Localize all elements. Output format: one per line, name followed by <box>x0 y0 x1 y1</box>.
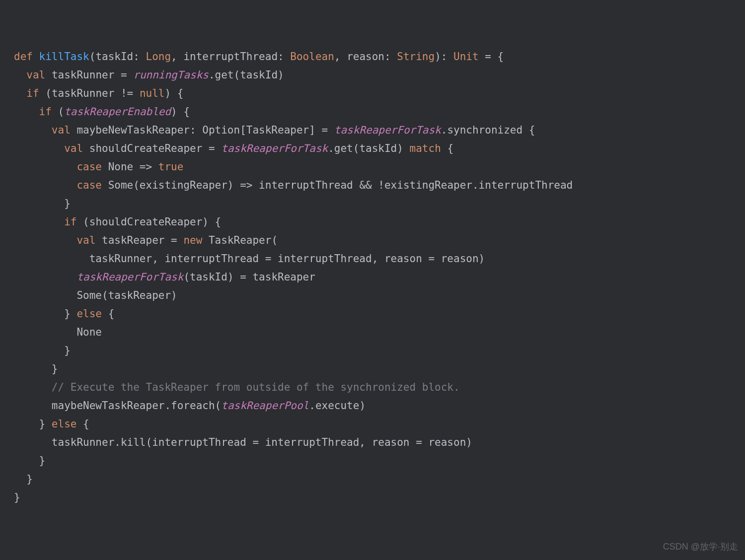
code-token <box>14 69 26 81</box>
code-token: if <box>39 106 58 118</box>
code-token: .synchronized { <box>441 124 535 136</box>
code-token: shouldCreateReaper = <box>89 142 222 154</box>
code-token: // Execute the TaskReaper from outside o… <box>52 381 460 393</box>
code-token: } <box>14 418 52 430</box>
code-token: taskReaperForTask <box>334 124 441 136</box>
code-token: if <box>26 87 45 99</box>
code-line[interactable]: } <box>14 342 745 360</box>
code-token: true <box>158 161 184 173</box>
code-token: taskRunner = <box>52 69 133 81</box>
code-token: case <box>76 161 108 173</box>
code-line[interactable]: case Some(existingReaper) => interruptTh… <box>14 176 745 195</box>
code-token <box>14 124 52 136</box>
code-line[interactable]: taskRunner.kill(interruptThread = interr… <box>14 433 745 452</box>
code-token: TaskReaper( <box>209 234 278 246</box>
code-token: ) { <box>171 106 190 118</box>
code-line[interactable]: } <box>14 360 745 378</box>
code-token: else <box>76 308 108 320</box>
code-token: None <box>14 326 102 338</box>
code-token: .execute) <box>309 400 366 412</box>
code-token: taskReaperPool <box>221 400 309 412</box>
code-token: def <box>14 51 39 63</box>
code-token: taskReaperForTask <box>76 271 183 283</box>
code-line[interactable]: taskReaperForTask(taskId) = taskReaper <box>14 268 745 286</box>
code-line[interactable]: if (taskRunner != null) { <box>14 84 745 103</box>
code-token: taskRunner, interruptThread = interruptT… <box>14 253 485 265</box>
code-line[interactable]: case None => true <box>14 158 745 176</box>
code-token: case <box>76 179 108 191</box>
code-token: None => <box>108 161 158 173</box>
code-token: } <box>14 491 20 503</box>
code-token <box>14 271 76 283</box>
code-token: maybeNewTaskReaper.foreach( <box>14 400 221 412</box>
code-line[interactable]: if (taskReaperEnabled) { <box>14 103 745 121</box>
code-token: ( <box>58 106 65 118</box>
code-token: taskReaperEnabled <box>64 106 171 118</box>
code-token: { <box>108 308 115 320</box>
code-line[interactable]: val shouldCreateReaper = taskReaperForTa… <box>14 140 745 158</box>
code-token <box>14 161 76 173</box>
code-token: String <box>397 51 435 63</box>
code-line[interactable]: } <box>14 489 745 507</box>
code-token: Some(existingReaper) => interruptThread … <box>108 179 573 191</box>
code-token: .get(taskId) <box>209 69 284 81</box>
code-token <box>14 142 64 154</box>
code-line[interactable]: val maybeNewTaskReaper: Option[TaskReape… <box>14 121 745 140</box>
code-token: else <box>52 418 83 430</box>
code-token: } <box>14 473 33 485</box>
code-token: if <box>64 216 83 228</box>
code-line[interactable]: // Execute the TaskReaper from outside o… <box>14 378 745 397</box>
code-token: val <box>26 69 52 81</box>
code-line[interactable]: val taskReaper = new TaskReaper( <box>14 231 745 250</box>
code-token: Long <box>146 51 171 63</box>
code-line[interactable]: } else { <box>14 305 745 323</box>
code-token <box>14 381 52 393</box>
code-line[interactable]: taskRunner, interruptThread = interruptT… <box>14 250 745 268</box>
code-token: (taskId) = taskReaper <box>183 271 315 283</box>
code-token: , reason: <box>334 51 397 63</box>
code-line[interactable]: } <box>14 470 745 489</box>
code-token: null <box>140 87 165 99</box>
code-token: taskReaper = <box>102 234 183 246</box>
code-token: ) { <box>164 87 183 99</box>
code-area[interactable]: def killTask(taskId: Long, interruptThre… <box>14 48 745 507</box>
code-token: Unit <box>453 51 479 63</box>
code-token: { <box>83 418 89 430</box>
code-line[interactable]: } else { <box>14 415 745 433</box>
code-token: (taskRunner != <box>45 87 140 99</box>
code-token: taskReaperForTask <box>221 142 328 154</box>
code-line[interactable]: maybeNewTaskReaper.foreach(taskReaperPoo… <box>14 397 745 415</box>
code-token <box>14 106 39 118</box>
code-token: , interruptThread: <box>171 51 290 63</box>
code-token <box>14 234 76 246</box>
code-token: (shouldCreateReaper) { <box>83 216 221 228</box>
code-token: = { <box>479 51 504 63</box>
code-token: (taskId: <box>89 51 146 63</box>
code-line[interactable]: if (shouldCreateReaper) { <box>14 213 745 231</box>
code-line[interactable]: val taskRunner = runningTasks.get(taskId… <box>14 66 745 84</box>
watermark-text: CSDN @放学·别走 <box>663 538 738 556</box>
code-token: taskRunner.kill(interruptThread = interr… <box>14 436 472 448</box>
code-line[interactable]: None <box>14 323 745 342</box>
code-line[interactable]: def killTask(taskId: Long, interruptThre… <box>14 48 745 66</box>
code-token: { <box>447 142 453 154</box>
code-token: } <box>14 308 76 320</box>
code-token: val <box>64 142 89 154</box>
code-token: } <box>14 455 45 467</box>
code-token: new <box>183 234 209 246</box>
code-token: Boolean <box>290 51 334 63</box>
code-token: match <box>410 142 447 154</box>
code-token <box>14 179 76 191</box>
code-token: val <box>52 124 77 136</box>
code-token: maybeNewTaskReaper: Option[TaskReaper] = <box>76 124 334 136</box>
code-token: val <box>76 234 102 246</box>
code-editor[interactable]: def killTask(taskId: Long, interruptThre… <box>0 0 745 525</box>
code-token: .get(taskId) <box>328 142 409 154</box>
code-token: Some(taskReaper) <box>14 289 177 301</box>
code-line[interactable]: } <box>14 452 745 470</box>
code-token: } <box>14 363 58 375</box>
code-line[interactable]: } <box>14 195 745 213</box>
code-token <box>14 87 26 99</box>
code-line[interactable]: Some(taskReaper) <box>14 286 745 305</box>
code-token: ): <box>435 51 453 63</box>
